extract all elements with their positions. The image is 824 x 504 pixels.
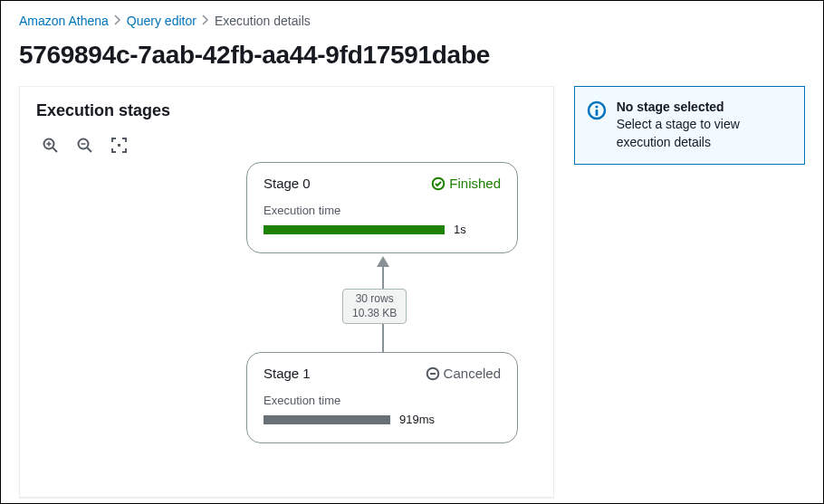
info-icon xyxy=(586,100,608,121)
info-text: Select a stage to view execution details xyxy=(617,116,791,151)
svg-line-1 xyxy=(53,147,57,152)
progress-bar xyxy=(263,415,390,424)
status-badge-finished: Finished xyxy=(431,176,501,191)
exec-time-label: Execution time xyxy=(263,204,501,217)
info-title: No stage selected xyxy=(617,100,791,114)
breadcrumb-link-query-editor[interactable]: Query editor xyxy=(127,14,196,28)
exec-time-value: 919ms xyxy=(399,413,435,426)
exec-time-value: 1s xyxy=(454,223,466,236)
breadcrumb-current: Execution details xyxy=(215,14,311,28)
svg-point-12 xyxy=(595,105,598,108)
breadcrumb: Amazon Athena Query editor Execution det… xyxy=(1,1,823,35)
cancel-circle-icon xyxy=(426,366,440,381)
stage-name: Stage 1 xyxy=(263,366,311,381)
check-circle-icon xyxy=(431,176,446,191)
stage-card-1[interactable]: Stage 1 Canceled Execution time 919ms xyxy=(246,352,518,443)
svg-rect-7 xyxy=(118,144,120,147)
page-title: 5769894c-7aab-42fb-aa44-9fd17591dabe xyxy=(1,35,823,86)
arrow-up-icon xyxy=(377,256,389,267)
exec-time-label: Execution time xyxy=(263,394,501,407)
zoom-out-icon[interactable] xyxy=(76,137,92,153)
info-alert: No stage selected Select a stage to view… xyxy=(574,86,805,165)
stage-card-0[interactable]: Stage 0 Finished Execution time 1s xyxy=(246,162,518,253)
chevron-right-icon xyxy=(114,14,121,28)
svg-line-5 xyxy=(87,147,91,152)
zoom-in-icon[interactable] xyxy=(42,137,58,153)
stage-name: Stage 0 xyxy=(263,176,311,191)
execution-stages-panel: Execution stages Stage 0 Finished xyxy=(19,86,554,498)
fit-screen-icon[interactable] xyxy=(110,137,127,153)
svg-rect-13 xyxy=(595,109,598,116)
stage-graph[interactable]: Stage 0 Finished Execution time 1s 30 ro… xyxy=(36,162,537,470)
edge-label: 30 rows 10.38 KB xyxy=(342,289,407,324)
breadcrumb-link-athena[interactable]: Amazon Athena xyxy=(19,14,109,28)
chevron-right-icon xyxy=(202,14,209,28)
panel-title: Execution stages xyxy=(36,101,537,120)
status-badge-canceled: Canceled xyxy=(426,366,501,381)
graph-toolbar xyxy=(36,137,537,153)
progress-bar xyxy=(263,225,445,234)
details-sidebar: No stage selected Select a stage to view… xyxy=(574,86,805,498)
